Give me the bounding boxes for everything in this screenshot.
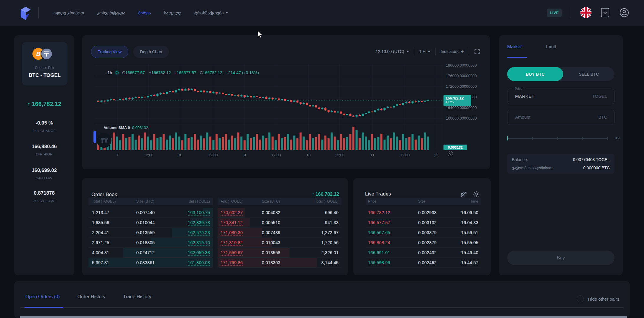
time-axis-label: 12:00 bbox=[144, 153, 154, 157]
ask-row[interactable]: 170,841.120.005510941.33 bbox=[218, 218, 341, 228]
last-price-axis-badge: 166782.12 47:25 bbox=[443, 95, 471, 106]
slider-tick[interactable] bbox=[557, 137, 558, 140]
nav-divider bbox=[571, 7, 571, 18]
chart-panel: Trading View Depth Chart 12:10:00 (UTC) … bbox=[82, 35, 490, 169]
time-axis-label: 7 bbox=[116, 153, 118, 157]
sell-btc-button[interactable]: SELL BTC bbox=[563, 67, 615, 81]
user-profile-icon[interactable] bbox=[619, 8, 629, 19]
chart-scroll-handle[interactable] bbox=[93, 131, 96, 143]
bids-table: 1,213.470.007440163,100.75 1,635.560.010… bbox=[88, 208, 213, 268]
choose-pair-label: Choose Pair bbox=[22, 66, 68, 70]
stat-24h-high-value: 166,880.46 bbox=[14, 144, 74, 150]
ask-row[interactable]: 171,799.860.0183033,144.45 bbox=[218, 258, 341, 268]
price-axis-label: 164000.00000000 bbox=[446, 105, 477, 110]
price-field[interactable]: Price MARKET TOGEL bbox=[507, 89, 615, 104]
ask-row[interactable]: 171,559.670.0135582,326.01 bbox=[218, 248, 341, 258]
tab-trade-history[interactable]: Trade History bbox=[123, 294, 151, 299]
buy-btc-button[interactable]: BUY BTC bbox=[507, 67, 563, 81]
nav-divider bbox=[38, 7, 39, 18]
brand-logo-icon[interactable] bbox=[18, 5, 31, 22]
time-axis-label: 10 bbox=[306, 153, 310, 157]
ask-row[interactable]: 171,080.300.0074391,272.67 bbox=[218, 228, 341, 238]
nav-item-convert[interactable]: კონვერტაცია bbox=[97, 10, 125, 16]
trade-price: 166,567.65 bbox=[368, 230, 418, 235]
active-tab-underline bbox=[507, 57, 527, 58]
bid-row[interactable]: 1,213.470.007440163,100.75 bbox=[88, 208, 213, 218]
app-root: იყიდე კრიპტო კონვერტაცია ბირჟა საფულე ტრ… bbox=[0, 0, 644, 318]
live-trades-title: Live Trades bbox=[365, 191, 391, 197]
tab-limit[interactable]: Limit bbox=[546, 44, 556, 49]
chevron-down-icon bbox=[226, 12, 228, 14]
candlestick-chart bbox=[82, 35, 490, 169]
up-arrow-icon: ↑ bbox=[27, 101, 30, 107]
nav-item-exchange[interactable]: ბირჟა bbox=[138, 10, 151, 16]
bid-row[interactable]: 5,397.810.033361161,800.08 bbox=[88, 258, 213, 268]
trade-price: 166,691.01 bbox=[368, 250, 418, 255]
language-flag-uk-icon[interactable] bbox=[580, 7, 592, 18]
tabs-divider bbox=[20, 307, 624, 308]
live-status-badge: LIVE bbox=[547, 9, 562, 17]
slider-tick[interactable] bbox=[607, 137, 608, 140]
bid-row[interactable]: 2,971.250.018305162,319.10 bbox=[88, 238, 213, 248]
order-book-panel: Order Book ↑ 166,782.12 Total (TOGEL) Si… bbox=[82, 178, 348, 275]
time-axis-label: 12:00 bbox=[400, 153, 410, 157]
stat-24h-change-label: 24H CHANGE bbox=[14, 129, 74, 132]
bid-row[interactable]: 4,004.810.024712162,059.38 bbox=[88, 248, 213, 258]
trade-row: 166,567.650.00337915:59:51 bbox=[366, 228, 481, 238]
trade-row: 166,808.240.00237915:55:05 bbox=[366, 238, 481, 248]
slider-tick[interactable] bbox=[507, 136, 508, 140]
active-tab-underline bbox=[24, 307, 63, 308]
hide-other-pairs-toggle[interactable]: Hide other pairs bbox=[577, 295, 619, 302]
stat-24h-low-label: 24H LOW bbox=[14, 176, 74, 180]
stat-24h-volume-value: 0.871878 bbox=[14, 190, 74, 196]
amount-percent-slider[interactable] bbox=[507, 138, 607, 139]
market-sidebar: B Choose Pair BTC - TOGEL ↑ 166,782.12 -… bbox=[14, 35, 74, 275]
trades-settings-gear-icon[interactable] bbox=[473, 191, 480, 198]
pair-name: BTC - TOGEL bbox=[22, 72, 68, 78]
tab-open-orders[interactable]: Open Orders (0) bbox=[25, 294, 60, 299]
download-app-icon[interactable] bbox=[601, 8, 610, 19]
nav-item-buy-crypto[interactable]: იყიდე კრიპტო bbox=[53, 10, 84, 16]
axis-settings-icon[interactable] bbox=[448, 151, 453, 156]
time-axis-label: 12 bbox=[434, 153, 438, 157]
time-axis-label: 9 bbox=[244, 153, 246, 157]
time-axis-label: 12:00 bbox=[335, 153, 345, 157]
tab-market[interactable]: Market bbox=[507, 44, 522, 49]
up-arrow-icon: ↑ bbox=[312, 192, 314, 197]
tab-order-history[interactable]: Order History bbox=[77, 294, 105, 299]
price-axis-label: 160000.00000000 bbox=[446, 116, 477, 120]
trade-price: 166,808.24 bbox=[368, 240, 418, 245]
trade-row: 166,598.990.00246215:44:57 bbox=[366, 258, 481, 268]
stat-24h-change-value: -0.05 % bbox=[14, 120, 74, 126]
ask-row[interactable]: 170,602.270.004082696.40 bbox=[218, 208, 341, 218]
nav-item-transactions[interactable]: ტრანზაქციები bbox=[194, 10, 228, 16]
ask-row[interactable]: 171,319.820.0100431,720.56 bbox=[218, 238, 341, 248]
radio-circle-icon[interactable] bbox=[577, 295, 584, 302]
mute-sound-icon[interactable] bbox=[460, 191, 467, 198]
bid-row[interactable]: 1,635.560.010044162,839.78 bbox=[88, 218, 213, 228]
nav-item-wallet[interactable]: საფულე bbox=[164, 10, 181, 16]
orders-table-header-strip bbox=[20, 316, 627, 318]
trade-form-panel: Market Limit BUY BTC SELL BTC Price MARK… bbox=[499, 35, 623, 275]
volume-indicator-label: Volume SMA 9 0.003132 bbox=[104, 125, 148, 130]
bid-row[interactable]: 2,204.410.013559162,579.23 bbox=[88, 228, 213, 238]
price-axis-label: 172000.00000000 bbox=[446, 84, 477, 89]
ask-column-headers: Ask (TOGEL) Size (BTC) Total (TOGEL) bbox=[218, 198, 341, 205]
stat-24h-low-value: 160,699.02 bbox=[14, 168, 74, 173]
trade-row: 166,691.010.00243215:49:40 bbox=[366, 248, 481, 258]
amount-field[interactable]: Amount BTC bbox=[507, 110, 615, 125]
volume-axis-badge: 0.003132 bbox=[443, 145, 467, 150]
trade-price: 166,598.99 bbox=[368, 260, 418, 265]
slider-tick[interactable] bbox=[582, 137, 583, 140]
choose-pair-card[interactable]: B Choose Pair BTC - TOGEL bbox=[22, 42, 68, 85]
slider-tick[interactable] bbox=[532, 137, 533, 140]
balance-box: Balance: 0.00770403 TOGEL ვაჭრობის საკომ… bbox=[507, 154, 615, 174]
price-axis-label: 176000.00000000 bbox=[446, 74, 477, 78]
togel-coin-icon bbox=[41, 48, 52, 60]
tradingview-watermark-icon bbox=[97, 133, 111, 148]
fee-label: ვაჭრობის საკომისიო: bbox=[512, 165, 553, 170]
trade-price: 166,782.12 bbox=[368, 210, 418, 215]
slider-percent-label: 0% bbox=[615, 136, 620, 140]
bid-column-headers: Total (TOGEL) Size (BTC) Bid (TOGEL) bbox=[88, 198, 213, 205]
buy-submit-button[interactable]: Buy bbox=[507, 251, 615, 265]
